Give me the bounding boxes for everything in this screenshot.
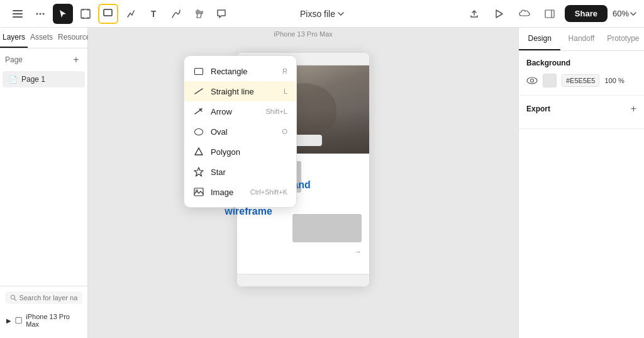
background-row: #E5E5E5 100 % xyxy=(526,74,636,87)
svg-rect-0 xyxy=(13,10,23,11)
svg-line-15 xyxy=(14,299,16,301)
svg-rect-1 xyxy=(13,13,23,14)
polygon-label: Polygon xyxy=(211,147,240,157)
visibility-icon[interactable] xyxy=(526,76,538,85)
search-section xyxy=(0,286,87,309)
layer-item-iphone[interactable]: ▶ iPhone 13 Pro Max xyxy=(0,309,87,332)
dropdown-arrow[interactable]: Arrow Shift+L xyxy=(184,101,296,121)
frame-tool-button[interactable] xyxy=(75,4,96,24)
rectangle-item-left: Rectangle xyxy=(193,65,248,77)
dropdown-polygon[interactable]: Polygon xyxy=(184,142,296,162)
tab-prototype[interactable]: Prototype xyxy=(602,28,644,50)
svg-line-17 xyxy=(195,89,203,94)
rectangle-label: Rectangle xyxy=(211,67,248,76)
svg-point-23 xyxy=(527,77,537,84)
dropdown-straight-line[interactable]: Straight line L xyxy=(184,81,296,101)
svg-point-3 xyxy=(36,13,38,14)
shape-dropdown: Rectangle R Straight line L xyxy=(184,55,297,208)
panel-toggle-button[interactable] xyxy=(540,4,560,24)
page-item-1[interactable]: 📄 Page 1 xyxy=(3,71,85,87)
main-content: Layers Assets Resources Page + 📄 Page 1 … xyxy=(0,28,644,338)
tab-assets[interactable]: Assets xyxy=(28,28,55,48)
svg-rect-16 xyxy=(16,317,21,323)
tab-layers[interactable]: Layers xyxy=(0,28,28,48)
right-panel: Design Handoff Prototype Background #E5E… xyxy=(518,28,644,338)
export-section: Export + xyxy=(519,96,644,129)
add-export-button[interactable]: + xyxy=(631,103,636,115)
more-options-button[interactable] xyxy=(30,4,50,24)
straight-line-shortcut: L xyxy=(284,87,287,95)
tab-design[interactable]: Design xyxy=(519,28,560,50)
toolbar-center: Pixso file xyxy=(300,9,344,19)
wireframe-box-2 xyxy=(292,214,362,242)
export-title: Export xyxy=(526,104,550,113)
share-button[interactable]: Share xyxy=(565,5,608,22)
page-label: Page xyxy=(5,55,23,64)
play-button[interactable] xyxy=(489,4,509,24)
add-page-button[interactable]: + xyxy=(70,54,82,66)
svg-marker-20 xyxy=(194,167,203,176)
oval-shortcut: O xyxy=(282,128,287,135)
image-icon xyxy=(193,186,204,198)
star-label: Star xyxy=(211,167,226,177)
svg-rect-12 xyxy=(545,10,554,18)
canvas-label: iPhone 13 Pro Max xyxy=(274,30,333,38)
background-header: Background xyxy=(526,59,636,67)
text-tool-button[interactable]: T xyxy=(143,4,164,24)
svg-rect-11 xyxy=(104,9,112,16)
hamburger-menu-button[interactable] xyxy=(8,4,28,24)
toolbar-left: T xyxy=(8,4,231,24)
shapes-tool-button[interactable] xyxy=(98,4,118,24)
straight-line-icon xyxy=(193,86,204,97)
path-tool-button[interactable] xyxy=(166,4,186,24)
page-item-label: Page 1 xyxy=(21,75,45,84)
straight-line-item-left: Straight line xyxy=(193,86,254,97)
upload-button[interactable] xyxy=(464,4,484,24)
color-hex-value[interactable]: #E5E5E5 xyxy=(562,74,599,87)
page-section: Page + xyxy=(0,48,87,71)
svg-marker-19 xyxy=(195,148,203,155)
background-section: Background #E5E5E5 100 % xyxy=(519,51,644,96)
color-swatch[interactable] xyxy=(543,74,557,87)
page-icon: 📄 xyxy=(9,76,18,84)
file-title[interactable]: Pixso file xyxy=(300,9,344,19)
dropdown-image[interactable]: Image Ctrl+Shift+K xyxy=(184,182,296,202)
sidebar-tabs: Layers Assets Resources xyxy=(0,28,87,48)
export-header: Export + xyxy=(526,103,636,115)
sidebar: Layers Assets Resources Page + 📄 Page 1 … xyxy=(0,28,88,338)
move-tool-button[interactable] xyxy=(53,4,73,24)
pen-tool-button[interactable] xyxy=(121,4,141,24)
arrow-label: Arrow xyxy=(211,107,232,116)
comment-tool-button[interactable] xyxy=(211,4,231,24)
oval-item-left: Oval xyxy=(193,126,228,137)
search-input[interactable] xyxy=(19,294,77,301)
wireframe-arrow-2: → xyxy=(354,247,362,256)
arrow-item-left: Arrow xyxy=(193,106,232,117)
svg-rect-21 xyxy=(194,188,203,196)
chevron-icon: ▶ xyxy=(6,317,11,324)
arrow-shortcut: Shift+L xyxy=(265,108,287,115)
tab-handoff[interactable]: Handoff xyxy=(560,28,602,50)
dropdown-oval[interactable]: Oval O xyxy=(184,121,296,142)
toolbar: T Pixso file Share 60% xyxy=(0,0,644,28)
dropdown-rectangle[interactable]: Rectangle R xyxy=(184,61,296,81)
dropdown-star[interactable]: Star xyxy=(184,162,296,182)
rectangle-icon xyxy=(193,65,204,77)
opacity-value[interactable]: 100 % xyxy=(604,77,624,84)
svg-point-24 xyxy=(531,79,534,82)
svg-rect-6 xyxy=(81,9,90,18)
arrow-shape-icon xyxy=(193,106,204,117)
zoom-control[interactable]: 60% xyxy=(613,9,636,18)
layer-item-label: iPhone 13 Pro Max xyxy=(26,313,81,328)
right-panel-tabs: Design Handoff Prototype xyxy=(519,28,644,51)
svg-line-18 xyxy=(195,109,202,114)
rectangle-shortcut: R xyxy=(282,67,287,75)
oval-icon xyxy=(193,126,204,137)
star-icon xyxy=(193,166,204,177)
image-label: Image xyxy=(211,188,233,197)
toolbar-right: Share 60% xyxy=(464,4,636,24)
canvas[interactable]: iPhone 13 Pro Max → → xyxy=(88,28,518,338)
search-icon xyxy=(10,294,16,301)
cloud-button[interactable] xyxy=(514,4,535,24)
hand-tool-button[interactable] xyxy=(189,4,209,24)
